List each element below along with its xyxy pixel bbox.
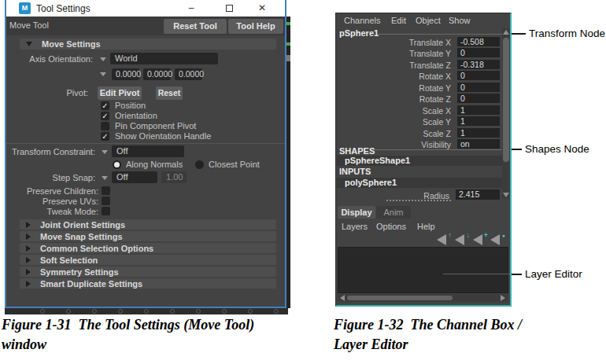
channel-label[interactable]: Rotate X <box>368 72 451 81</box>
step-snap-amount-input[interactable]: 1.00 <box>161 171 187 183</box>
panel-resize-handle[interactable] <box>386 200 451 201</box>
scroll-left-icon[interactable] <box>340 295 345 301</box>
create-layer-from-selected-icon[interactable]: ● <box>490 234 504 245</box>
custom-axis-dropdown-icon[interactable] <box>100 72 106 76</box>
axis-y-input[interactable]: 0.0000 <box>143 68 171 80</box>
preserve-uvs-checkbox[interactable] <box>102 197 110 205</box>
section-label: Move Settings <box>42 39 101 49</box>
channel-label[interactable]: Rotate Y <box>368 83 451 93</box>
channel-label[interactable]: Scale Y <box>368 117 451 127</box>
channel-label[interactable]: Translate Y <box>368 49 451 58</box>
channel-value[interactable]: 1 <box>457 116 500 126</box>
scroll-down-icon[interactable] <box>503 193 509 197</box>
callout-line <box>378 34 510 35</box>
axis-x-input[interactable]: 0.0000 <box>112 68 139 80</box>
step-snap-dropdown-icon[interactable] <box>102 176 108 180</box>
layers-menu[interactable]: Layers <box>342 222 368 231</box>
preserve-children-checkbox[interactable] <box>102 186 110 195</box>
tab-display[interactable]: Display <box>338 206 375 219</box>
section-label: Common Selection Options <box>40 244 153 253</box>
reset-pivot-button[interactable]: Reset <box>156 86 183 100</box>
move-settings-header[interactable]: Move Settings <box>20 39 276 50</box>
shape-node-name[interactable]: pSphereShape1 <box>345 156 410 165</box>
section-label: Smart Duplicate Settings <box>40 279 142 289</box>
show-menu[interactable]: Show <box>449 16 471 25</box>
channel-value[interactable]: 0 <box>457 48 500 57</box>
edit-pivot-button[interactable]: Edit Pivot <box>98 86 142 100</box>
tool-help-button[interactable]: Tool Help <box>228 19 283 34</box>
channel-label[interactable]: Scale Z <box>368 129 451 138</box>
create-empty-layer-icon[interactable]: + <box>473 234 487 245</box>
input-node-name[interactable]: polySphere1 <box>345 178 397 187</box>
callout-line <box>372 149 510 150</box>
minimize-button[interactable]: – <box>184 1 198 15</box>
orientation-checkbox[interactable]: ✓ <box>101 112 109 120</box>
scroll-up-icon[interactable] <box>503 30 509 35</box>
tweak-mode-checkbox[interactable] <box>102 207 110 215</box>
channel-label[interactable]: Translate Z <box>368 61 451 70</box>
channel-label[interactable]: Rotate Z <box>368 94 451 104</box>
common-selection-options-header[interactable]: Common Selection Options <box>20 243 276 253</box>
channels-menu[interactable]: Channels <box>344 16 380 25</box>
edit-menu[interactable]: Edit <box>391 16 406 25</box>
tweak-mode-label: Tweak Mode: <box>6 207 98 216</box>
transform-node-name[interactable]: pSphere1 <box>339 28 379 38</box>
reset-tool-button[interactable]: Reset Tool <box>164 19 227 34</box>
help-menu[interactable]: Help <box>417 222 435 231</box>
transform-constraint-select[interactable]: Off <box>112 145 184 157</box>
soft-selection-header[interactable]: Soft Selection <box>20 255 276 265</box>
channel-value[interactable]: 1 <box>457 105 500 115</box>
along-normals-radio-label: Along Normals <box>126 160 183 169</box>
show-orientation-handle-checkbox[interactable]: ✓ <box>101 132 109 141</box>
channel-value[interactable]: -0.318 <box>457 60 500 69</box>
channel-value[interactable]: on <box>457 139 500 149</box>
closest-point-radio[interactable] <box>195 160 204 169</box>
tab-anim[interactable]: Anim <box>376 206 411 219</box>
maximize-button[interactable] <box>226 5 233 12</box>
channel-value[interactable]: 0 <box>457 94 500 103</box>
book-figure-page: M Tool Settings – ✕ Move Tool Reset Tool… <box>0 0 606 364</box>
channel-label[interactable]: Translate X <box>368 38 451 47</box>
position-checkbox-label: Position <box>115 101 146 110</box>
move-snap-settings-header[interactable]: Move Snap Settings <box>20 231 276 241</box>
move-layer-down-icon[interactable]: ↓ <box>455 234 469 245</box>
transform-constraint-label: Transform Constraint: <box>6 147 95 156</box>
axis-z-input[interactable]: 0.0000 <box>175 68 202 80</box>
layer-editor-horizontal-scrollbar[interactable] <box>338 294 508 302</box>
collapsed-triangle-icon <box>26 281 31 287</box>
channel-value[interactable]: -0.508 <box>457 37 500 46</box>
smart-duplicate-settings-header[interactable]: Smart Duplicate Settings <box>20 278 276 289</box>
axis-orientation-dropdown-icon[interactable] <box>100 57 106 61</box>
channel-value[interactable]: 0 <box>457 83 500 92</box>
axis-orientation-label: Axis Orientation: <box>6 54 93 64</box>
radius-value[interactable]: 2.415 <box>456 189 500 200</box>
channel-label[interactable]: Scale X <box>368 106 451 116</box>
close-button[interactable]: ✕ <box>255 1 269 15</box>
title-bar[interactable]: M Tool Settings – ✕ <box>6 0 285 17</box>
position-checkbox[interactable]: ✓ <box>101 101 109 110</box>
show-orientation-handle-checkbox-label: Show Orientation Handle <box>115 131 211 141</box>
preserve-children-label: Preserve Children: <box>6 186 98 196</box>
channel-label[interactable]: Visibility <box>368 140 451 149</box>
scroll-right-icon[interactable] <box>501 295 505 301</box>
move-layer-up-icon[interactable]: ↑ <box>437 234 451 245</box>
options-menu[interactable]: Options <box>376 222 406 231</box>
caption-line: Figure 1-31 The Tool Settings (Move Tool… <box>2 315 320 335</box>
scrollbar-thumb[interactable] <box>347 296 453 300</box>
layer-editor-annotation: Layer Editor <box>525 268 582 280</box>
transform-constraint-dropdown-icon[interactable] <box>102 150 108 154</box>
axis-orientation-select[interactable]: World <box>110 53 218 64</box>
symmetry-settings-header[interactable]: Symmetry Settings <box>20 267 276 277</box>
channel-value[interactable]: 0 <box>457 71 500 80</box>
pin-component-pivot-checkbox[interactable] <box>101 122 109 131</box>
shapes-node-annotation: Shapes Node <box>525 143 589 155</box>
object-menu[interactable]: Object <box>416 16 441 25</box>
layer-list-area[interactable] <box>338 247 508 293</box>
channel-value[interactable]: 1 <box>457 128 500 138</box>
scrollbar-thumb[interactable] <box>503 38 509 162</box>
joint-orient-settings-header[interactable]: Joint Orient Settings <box>20 219 276 230</box>
step-snap-select[interactable]: Off <box>112 171 157 183</box>
along-normals-radio[interactable] <box>113 160 121 169</box>
channel-box-vertical-scrollbar[interactable] <box>502 28 510 199</box>
pin-component-pivot-checkbox-label: Pin Component Pivot <box>115 121 196 131</box>
